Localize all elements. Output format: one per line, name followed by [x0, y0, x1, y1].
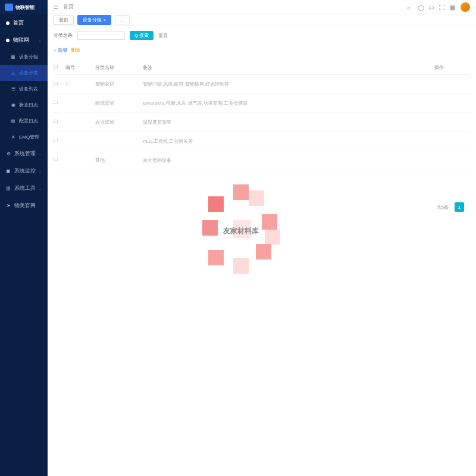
table-row[interactable]: ☐ 农业监测 温湿度监测等 [54, 113, 470, 132]
logo-text: 物联智能 [15, 4, 35, 11]
search-label: 分类名称 [54, 32, 73, 39]
github-icon[interactable]: ◯ [418, 4, 424, 10]
nav-home[interactable]: 首页 [0, 14, 48, 32]
header-checkbox[interactable]: ☐ [54, 64, 65, 71]
pagination-total: 共5条 [437, 204, 449, 211]
header-desc: 备注 [143, 64, 434, 71]
nav-config-log[interactable]: ▤配置日志 [0, 113, 48, 129]
nav-sys-manage[interactable]: ⚙系统管理⌄ [0, 145, 48, 162]
nav-emq[interactable]: ✕EMQ管理 [0, 129, 48, 145]
logo: 物联智能 [0, 0, 48, 14]
tab-device-group[interactable]: 设备分组× [77, 15, 111, 25]
chevron-down-icon: ⌄ [38, 186, 42, 191]
toolbar: 分类名称 Q 搜索 重置 [48, 26, 476, 45]
data-table: ☐ 编号 分类名称 备注 操作 ☐ 1 智能家居 智能门锁,风扇,窗帘,智能插座… [54, 61, 470, 170]
action-bar: + 新增 删除 [48, 45, 476, 56]
breadcrumb[interactable]: 首页 [63, 3, 74, 11]
table-row[interactable]: ☐ 能源监测 EMS/BMS,电量,水表,燃气表,功率监测,工业传感器 [54, 94, 470, 113]
monitor-icon: ▣ [6, 169, 11, 174]
fullscreen-icon[interactable]: ⛶ [439, 4, 445, 10]
nav-status-log[interactable]: ◉状态日志 [0, 97, 48, 113]
send-icon: ➤ [6, 203, 11, 208]
search-input[interactable] [77, 32, 125, 40]
tool-icon: ▥ [6, 186, 11, 191]
nav-sys-tools[interactable]: ▥系统工具⌄ [0, 180, 48, 197]
nav-website[interactable]: ➤物美官网 [0, 197, 48, 214]
doc-icon[interactable]: ▭ [428, 4, 434, 10]
chevron-down-icon: ⌄ [38, 169, 42, 174]
avatar[interactable] [461, 2, 470, 12]
tab-home[interactable]: 首页 [54, 15, 74, 25]
status-icon: ◉ [11, 103, 15, 108]
header-action: 操作 [434, 64, 470, 71]
nav-device-list[interactable]: ☰设备列表 [0, 81, 48, 97]
header-id: 编号 [65, 64, 95, 71]
chevron-down-icon: ⌄ [38, 152, 42, 156]
config-icon: ▤ [11, 119, 15, 124]
category-icon: ◬ [11, 71, 15, 76]
nav-sys-monitor[interactable]: ▣系统监控⌄ [0, 162, 48, 180]
page-number-button[interactable]: 1 [455, 202, 464, 212]
nav-device-category[interactable]: ◬设备分类 [0, 65, 48, 81]
list-icon: ☰ [11, 87, 15, 92]
search-button[interactable]: Q 搜索 [130, 31, 154, 40]
table-header: ☐ 编号 分类名称 备注 操作 [54, 61, 470, 75]
table-row[interactable]: ☐ 其他 未分类的设备 [54, 151, 470, 170]
pagination: 共5条 1 [437, 202, 464, 212]
delete-button[interactable]: 删除 [71, 47, 80, 54]
sidebar: 物联智能 首页 物联网⌄ ▦设备分组 ◬设备分类 ☰设备列表 ◉状态日志 ▤配置… [0, 0, 48, 476]
header-name: 分类名称 [95, 64, 143, 71]
search-icon[interactable]: ⌕ [407, 4, 413, 10]
table-row[interactable]: ☐ PLC,工控机,工业网关等 [54, 132, 470, 151]
reset-button[interactable]: 重置 [158, 32, 168, 39]
main-content: ☰ 首页 ⌕ ◯ ▭ ⛶ ▦ 首页 设备分组× ... 分类名称 Q 搜索 重置… [48, 0, 476, 476]
nav-device-group[interactable]: ▦设备分组 [0, 49, 48, 65]
nav-iot[interactable]: 物联网⌄ [0, 32, 48, 49]
tab-close-icon[interactable]: × [104, 18, 106, 22]
table-row[interactable]: ☐ 1 智能家居 智能门锁,风扇,窗帘,智能插座,灯光控制等 [54, 75, 470, 94]
header: ☰ 首页 ⌕ ◯ ▭ ⛶ ▦ [48, 0, 476, 14]
add-button[interactable]: + 新增 [54, 47, 67, 54]
layout-icon[interactable]: ▦ [450, 4, 456, 10]
logo-icon [5, 4, 13, 11]
chevron-down-icon: ⌄ [38, 38, 42, 43]
grid-icon: ▦ [11, 55, 15, 60]
menu-icon[interactable]: ☰ [54, 4, 58, 10]
tabs: 首页 设备分组× ... [48, 14, 476, 26]
gear-icon: ⚙ [6, 152, 11, 156]
tab-more[interactable]: ... [115, 15, 130, 24]
close-icon: ✕ [11, 135, 15, 140]
